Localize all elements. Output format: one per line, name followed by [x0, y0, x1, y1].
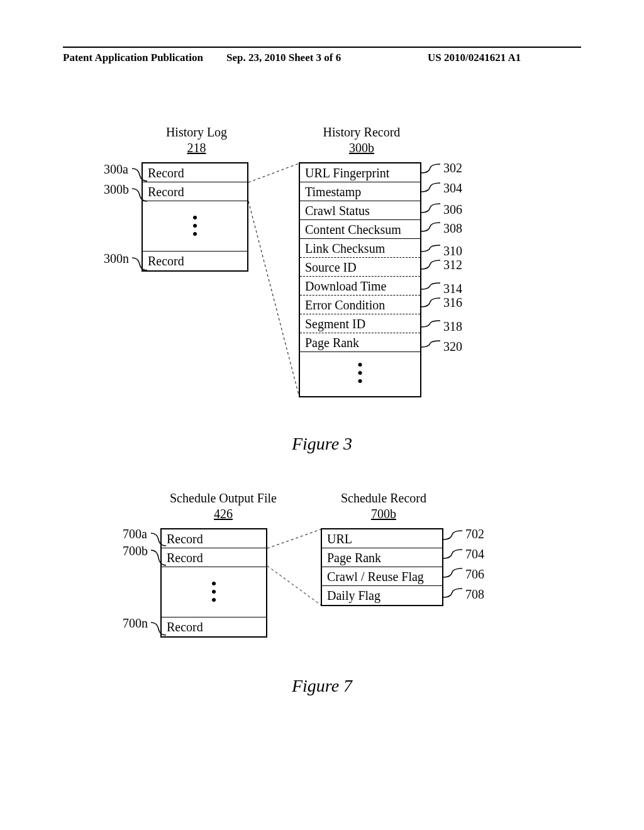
fig3-left-row-2: Record	[143, 252, 247, 270]
fig3-ref-302: 302	[443, 161, 462, 175]
fig3-ref-316: 316	[443, 296, 462, 310]
fig3-ref-304: 304	[443, 181, 462, 196]
fig3-ref-300b: 300b	[104, 182, 129, 197]
svg-line-2	[267, 529, 321, 548]
fig7-ref-700n: 700n	[123, 616, 148, 631]
fig3-ref-314: 314	[443, 282, 462, 296]
fig3-left-title: History Log 218	[142, 124, 252, 156]
fig3-right-row-3: Content Checksum	[300, 220, 420, 239]
fig3-right-row-0: URL Fingerprint	[300, 163, 420, 182]
fig3-caption: Figure 3	[292, 434, 352, 454]
fig3-ref-300a: 300a	[104, 162, 128, 177]
fig3-ref-320: 320	[443, 340, 462, 354]
fig3-right-row-5: Source ID	[300, 258, 420, 277]
fig3-right-row-2: Crawl Status	[300, 201, 420, 220]
fig7-right-row-1: Page Rank	[322, 548, 442, 567]
fig3-right-row-4: Link Checksum	[300, 239, 420, 258]
header-middle: Sep. 23, 2010 Sheet 3 of 6	[226, 52, 341, 64]
fig3-right-row-7: Error Condition	[300, 296, 420, 314]
header-rule	[63, 47, 581, 48]
fig7-ref-700a: 700a	[123, 527, 147, 541]
fig3-ref-310: 310	[443, 244, 462, 258]
page: Patent Application Publication Sep. 23, …	[0, 0, 644, 830]
fig3-right-row-6: Download Time	[300, 277, 420, 296]
fig7-right-row-2: Crawl / Reuse Flag	[322, 567, 442, 586]
ellipsis-icon: •••	[357, 360, 363, 387]
fig3-ref-318: 318	[443, 319, 462, 334]
fig7-left-row-1: Record	[162, 548, 266, 567]
ellipsis-icon: •••	[192, 213, 197, 240]
fig7-left-title-text: Schedule Output File	[170, 491, 277, 505]
fig3-right-row-8: Segment ID	[300, 314, 420, 333]
ellipsis-icon: •••	[211, 578, 216, 606]
svg-line-1	[248, 201, 299, 395]
fig7-ref-702: 702	[465, 527, 484, 541]
fig7-right-title-num: 700b	[371, 507, 396, 521]
fig7-left-row-ellipsis: •••	[162, 567, 266, 617]
fig3-left-title-text: History Log	[166, 125, 227, 139]
header-right: US 2010/0241621 A1	[428, 52, 521, 64]
svg-line-0	[248, 163, 299, 182]
fig7-caption: Figure 7	[292, 676, 352, 696]
fig3-ref-308: 308	[443, 221, 462, 236]
fig3-history-log-table: Record Record ••• Record	[142, 162, 248, 272]
fig3-ref-312: 312	[443, 258, 462, 272]
fig3-right-row-ellipsis: •••	[300, 352, 420, 396]
fig7-schedule-record-table: URL Page Rank Crawl / Reuse Flag Daily F…	[321, 528, 443, 606]
fig3-right-title-num: 300b	[349, 141, 374, 155]
fig3-ref-300n: 300n	[104, 252, 129, 266]
fig3-left-row-1: Record	[143, 182, 247, 201]
svg-line-3	[267, 566, 321, 605]
fig3-history-record-table: URL Fingerprint Timestamp Crawl Status C…	[299, 162, 421, 397]
fig3-left-row-0: Record	[143, 163, 247, 182]
fig7-schedule-output-table: Record Record ••• Record	[160, 528, 267, 638]
header-left: Patent Application Publication	[63, 52, 203, 64]
fig7-left-row-0: Record	[162, 529, 266, 548]
fig7-ref-704: 704	[465, 547, 484, 562]
fig7-ref-700b: 700b	[123, 544, 148, 558]
fig7-right-title-text: Schedule Record	[341, 491, 426, 505]
fig3-right-title: History Record 300b	[299, 124, 425, 156]
fig7-right-title: Schedule Record 700b	[321, 490, 447, 522]
fig3-right-row-9: Page Rank	[300, 333, 420, 352]
fig7-left-title-num: 426	[214, 507, 233, 521]
fig7-right-row-0: URL	[322, 529, 442, 548]
fig3-left-title-num: 218	[187, 141, 206, 155]
fig7-left-title: Schedule Output File 426	[160, 490, 286, 522]
fig3-right-row-1: Timestamp	[300, 182, 420, 201]
fig3-ref-306: 306	[443, 202, 462, 217]
fig7-ref-706: 706	[465, 567, 484, 582]
fig7-left-row-2: Record	[162, 617, 266, 636]
fig7-right-row-3: Daily Flag	[322, 586, 442, 605]
fig7-ref-708: 708	[465, 587, 484, 602]
fig3-right-title-text: History Record	[323, 125, 401, 139]
fig3-left-row-ellipsis: •••	[143, 201, 247, 252]
